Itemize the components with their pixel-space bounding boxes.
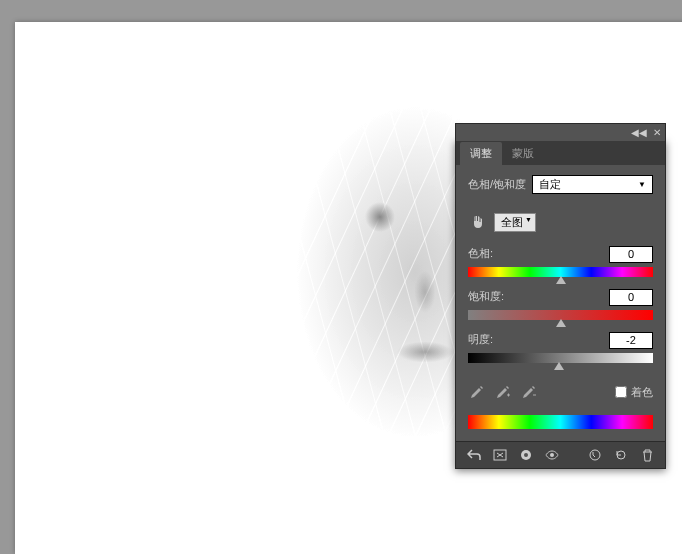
lightness-thumb[interactable] — [554, 362, 564, 370]
saturation-label: 饱和度: — [468, 289, 504, 306]
hue-thumb[interactable] — [556, 276, 566, 284]
return-icon[interactable] — [464, 446, 484, 464]
eyedropper-subtract-icon[interactable] — [520, 383, 538, 401]
hue-slider[interactable] — [468, 267, 653, 277]
hue-slider-group: 色相: 0 — [468, 246, 653, 277]
clip-layer-icon[interactable] — [516, 446, 536, 464]
tab-adjustments[interactable]: 调整 — [460, 142, 502, 165]
panel-header: ◀◀ ✕ — [455, 123, 666, 141]
color-spectrum — [468, 415, 653, 429]
eyedropper-add-icon[interactable] — [494, 383, 512, 401]
eyedropper-icon[interactable] — [468, 383, 486, 401]
reset-icon[interactable] — [611, 446, 631, 464]
panel-footer — [456, 441, 665, 468]
tab-masks[interactable]: 蒙版 — [502, 142, 544, 165]
saturation-thumb[interactable] — [556, 319, 566, 327]
visibility-icon[interactable] — [542, 446, 562, 464]
colorize-label: 着色 — [631, 385, 653, 400]
collapse-icon[interactable]: ◀◀ — [631, 127, 647, 138]
svg-point-4 — [590, 450, 600, 460]
eyedropper-row: 着色 — [456, 375, 665, 409]
saturation-input[interactable]: 0 — [609, 289, 653, 306]
colorize-input[interactable] — [615, 386, 627, 398]
trash-icon[interactable] — [637, 446, 657, 464]
close-icon[interactable]: ✕ — [653, 127, 661, 138]
lightness-input[interactable]: -2 — [609, 332, 653, 349]
preset-dropdown[interactable]: 自定 — [532, 175, 653, 194]
svg-point-3 — [550, 453, 554, 457]
hue-label: 色相: — [468, 246, 493, 263]
hue-input[interactable]: 0 — [609, 246, 653, 263]
saturation-slider[interactable] — [468, 310, 653, 320]
lightness-slider-group: 明度: -2 — [468, 332, 653, 363]
adjustments-panel: ◀◀ ✕ 调整 蒙版 色相/饱和度 自定 全图 色相: 0 饱和度: 0 — [455, 140, 666, 469]
expand-view-icon[interactable] — [490, 446, 510, 464]
previous-state-icon[interactable] — [585, 446, 605, 464]
svg-point-2 — [524, 453, 528, 457]
targeted-adjust-icon[interactable] — [468, 212, 488, 232]
saturation-slider-group: 饱和度: 0 — [468, 289, 653, 320]
colorize-checkbox[interactable]: 着色 — [615, 385, 653, 400]
lightness-slider[interactable] — [468, 353, 653, 363]
range-dropdown[interactable]: 全图 — [494, 213, 536, 232]
panel-tabs: 调整 蒙版 — [456, 141, 665, 165]
lightness-label: 明度: — [468, 332, 493, 349]
adjustment-title: 色相/饱和度 — [468, 177, 526, 192]
